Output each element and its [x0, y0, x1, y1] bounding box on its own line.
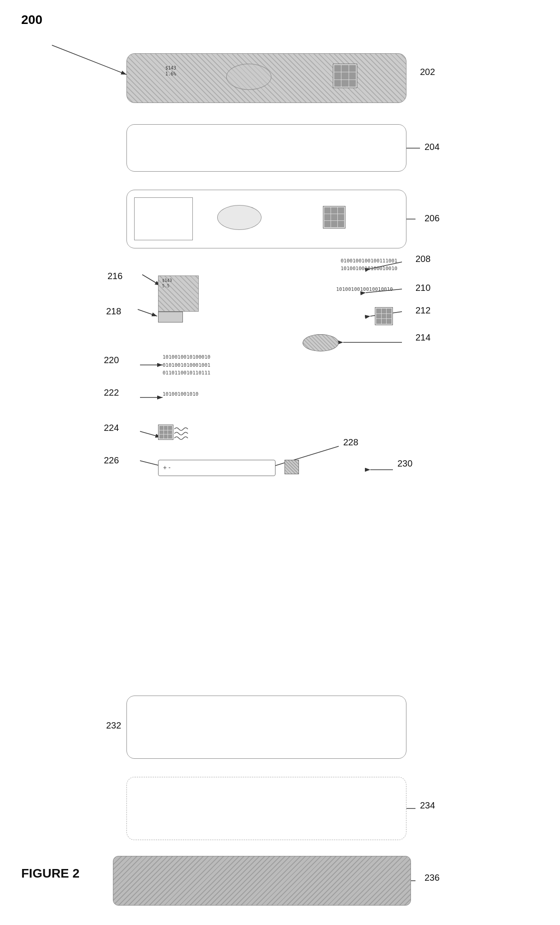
- chip-cell: [341, 65, 348, 72]
- layer-202: $1431.6%: [126, 53, 406, 103]
- ref-212: 212: [415, 305, 430, 316]
- chip-206: [323, 206, 345, 229]
- ref-228: 228: [343, 437, 358, 448]
- chip-cell: [338, 214, 344, 220]
- chip-cell: [349, 80, 356, 87]
- chip-cell: [168, 426, 172, 430]
- chip-cell: [341, 80, 348, 87]
- chip-cell: [338, 207, 344, 214]
- chip-cell: [387, 314, 392, 319]
- component-216: $1435.5: [158, 276, 199, 312]
- component-216-text: $1435.5: [162, 278, 172, 289]
- chip-cell: [159, 426, 163, 430]
- ref-210: 210: [415, 283, 430, 293]
- chip-cell: [331, 221, 337, 227]
- chip-cell: [168, 430, 172, 434]
- ref-202: 202: [420, 67, 435, 77]
- ref-206: 206: [425, 213, 439, 224]
- chip-cell: [376, 308, 381, 313]
- square-206: [134, 197, 193, 240]
- figure-label: FIGURE 2: [21, 866, 79, 881]
- component-226: + -: [158, 460, 275, 476]
- ref-232: 232: [106, 720, 121, 731]
- chip-cell: [341, 72, 348, 79]
- chip-cell: [334, 80, 341, 87]
- binary-210: 1010010010010010010: [336, 286, 393, 294]
- chip-cell: [334, 72, 341, 79]
- chip-cell: [349, 65, 356, 72]
- binary-220: 1010010010100010010100101000100101101100…: [163, 353, 210, 377]
- chip-cell: [168, 434, 172, 439]
- chip-cell: [387, 308, 392, 313]
- chip-cell: [159, 430, 163, 434]
- chip-cell: [376, 314, 381, 319]
- component-224: [158, 425, 173, 440]
- chip-cell: [338, 221, 344, 227]
- ellipse-202: [226, 64, 271, 90]
- ref-234: 234: [420, 800, 435, 811]
- svg-line-8: [142, 275, 160, 285]
- layer-236: [113, 856, 411, 906]
- layer-204: [126, 124, 406, 172]
- chip-cell: [324, 207, 331, 214]
- binary-208: 01001001001001110011010010010100010010: [341, 257, 397, 272]
- battery-label: + -: [163, 464, 171, 471]
- chip-cell: [382, 314, 387, 319]
- chip-cell: [382, 319, 387, 324]
- chip-cell: [349, 72, 356, 79]
- chip-cell: [159, 434, 163, 439]
- chip-text-202: $1431.6%: [165, 65, 176, 77]
- component-218: [158, 312, 183, 322]
- chip-cell: [387, 319, 392, 324]
- ref-236: 236: [425, 873, 439, 883]
- layer-206: [126, 190, 406, 248]
- ref-224: 224: [104, 423, 119, 433]
- component-214: [303, 334, 339, 351]
- ref-204: 204: [425, 142, 439, 152]
- main-ref-200: 200: [21, 13, 42, 27]
- signal-lines-224: [174, 425, 201, 441]
- ref-218: 218: [106, 306, 121, 317]
- layer-232: [126, 696, 406, 759]
- ref-220: 220: [104, 355, 119, 365]
- ref-214: 214: [415, 332, 430, 343]
- ref-226: 226: [104, 455, 119, 466]
- chip-cell: [324, 214, 331, 220]
- page: 200: [0, 0, 560, 925]
- component-212: [375, 307, 393, 325]
- svg-line-9: [138, 309, 157, 316]
- chip-cell: [164, 426, 168, 430]
- ref-208: 208: [415, 254, 430, 264]
- chip-cell: [324, 221, 331, 227]
- chip-cell: [382, 308, 387, 313]
- chip-cell: [164, 434, 168, 439]
- chip-cell: [331, 214, 337, 220]
- chip-cell: [334, 65, 341, 72]
- ref-222: 222: [104, 388, 119, 398]
- chip-cell: [331, 207, 337, 214]
- chip-202: [333, 64, 357, 88]
- svg-line-0: [52, 45, 126, 75]
- chip-cell: [376, 319, 381, 324]
- binary-222: 101001001010: [163, 391, 198, 398]
- ellipse-206: [217, 205, 261, 230]
- ref-230: 230: [397, 458, 412, 469]
- chip-cell: [164, 430, 168, 434]
- layer-234: [126, 777, 406, 840]
- ref-216: 216: [107, 271, 122, 281]
- component-230: [285, 460, 299, 474]
